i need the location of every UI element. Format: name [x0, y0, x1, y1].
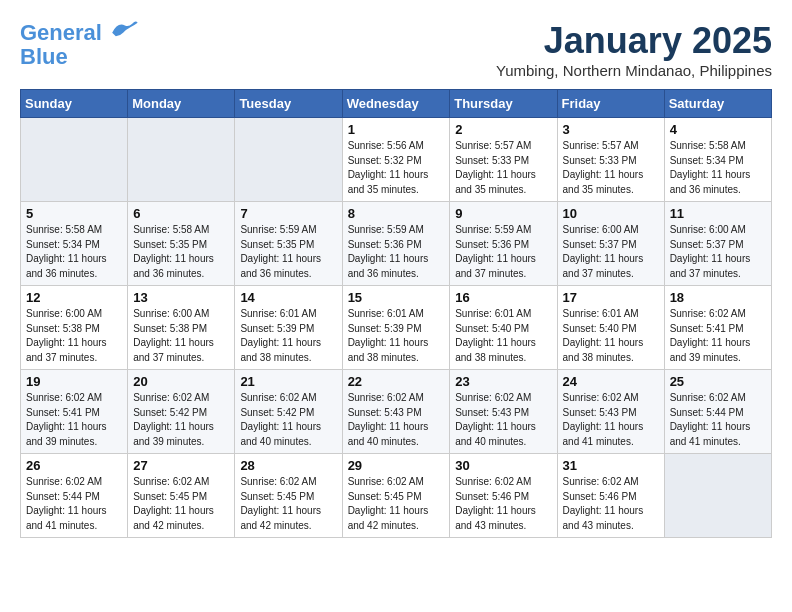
calendar-cell: 15Sunrise: 6:01 AM Sunset: 5:39 PM Dayli…	[342, 286, 450, 370]
calendar-cell: 13Sunrise: 6:00 AM Sunset: 5:38 PM Dayli…	[128, 286, 235, 370]
day-info: Sunrise: 5:58 AM Sunset: 5:34 PM Dayligh…	[26, 223, 122, 281]
logo-bird-icon	[110, 20, 138, 40]
calendar-cell: 3Sunrise: 5:57 AM Sunset: 5:33 PM Daylig…	[557, 118, 664, 202]
day-number: 19	[26, 374, 122, 389]
calendar-cell: 25Sunrise: 6:02 AM Sunset: 5:44 PM Dayli…	[664, 370, 771, 454]
day-number: 21	[240, 374, 336, 389]
day-number: 23	[455, 374, 551, 389]
day-number: 13	[133, 290, 229, 305]
day-info: Sunrise: 5:58 AM Sunset: 5:34 PM Dayligh…	[670, 139, 766, 197]
weekday-header-saturday: Saturday	[664, 90, 771, 118]
weekday-header-monday: Monday	[128, 90, 235, 118]
calendar-cell	[128, 118, 235, 202]
day-info: Sunrise: 6:02 AM Sunset: 5:41 PM Dayligh…	[26, 391, 122, 449]
day-number: 28	[240, 458, 336, 473]
day-info: Sunrise: 6:02 AM Sunset: 5:44 PM Dayligh…	[26, 475, 122, 533]
week-row-3: 12Sunrise: 6:00 AM Sunset: 5:38 PM Dayli…	[21, 286, 772, 370]
calendar-cell: 30Sunrise: 6:02 AM Sunset: 5:46 PM Dayli…	[450, 454, 557, 538]
calendar-cell: 10Sunrise: 6:00 AM Sunset: 5:37 PM Dayli…	[557, 202, 664, 286]
calendar-subtitle: Yumbing, Northern Mindanao, Philippines	[496, 62, 772, 79]
day-number: 26	[26, 458, 122, 473]
weekday-header-friday: Friday	[557, 90, 664, 118]
day-info: Sunrise: 6:01 AM Sunset: 5:40 PM Dayligh…	[455, 307, 551, 365]
calendar-cell: 7Sunrise: 5:59 AM Sunset: 5:35 PM Daylig…	[235, 202, 342, 286]
day-info: Sunrise: 6:00 AM Sunset: 5:37 PM Dayligh…	[670, 223, 766, 281]
day-number: 29	[348, 458, 445, 473]
day-number: 15	[348, 290, 445, 305]
day-info: Sunrise: 6:02 AM Sunset: 5:42 PM Dayligh…	[240, 391, 336, 449]
day-info: Sunrise: 6:02 AM Sunset: 5:43 PM Dayligh…	[348, 391, 445, 449]
day-info: Sunrise: 5:59 AM Sunset: 5:36 PM Dayligh…	[455, 223, 551, 281]
day-number: 6	[133, 206, 229, 221]
day-info: Sunrise: 6:02 AM Sunset: 5:41 PM Dayligh…	[670, 307, 766, 365]
day-number: 24	[563, 374, 659, 389]
weekday-header-row: SundayMondayTuesdayWednesdayThursdayFrid…	[21, 90, 772, 118]
calendar-cell	[235, 118, 342, 202]
day-number: 3	[563, 122, 659, 137]
calendar-cell: 31Sunrise: 6:02 AM Sunset: 5:46 PM Dayli…	[557, 454, 664, 538]
calendar-title: January 2025	[496, 20, 772, 62]
calendar-cell: 23Sunrise: 6:02 AM Sunset: 5:43 PM Dayli…	[450, 370, 557, 454]
day-number: 4	[670, 122, 766, 137]
day-info: Sunrise: 6:01 AM Sunset: 5:39 PM Dayligh…	[240, 307, 336, 365]
calendar-cell: 28Sunrise: 6:02 AM Sunset: 5:45 PM Dayli…	[235, 454, 342, 538]
day-info: Sunrise: 5:59 AM Sunset: 5:36 PM Dayligh…	[348, 223, 445, 281]
day-number: 30	[455, 458, 551, 473]
week-row-2: 5Sunrise: 5:58 AM Sunset: 5:34 PM Daylig…	[21, 202, 772, 286]
weekday-header-wednesday: Wednesday	[342, 90, 450, 118]
day-number: 12	[26, 290, 122, 305]
week-row-1: 1Sunrise: 5:56 AM Sunset: 5:32 PM Daylig…	[21, 118, 772, 202]
day-number: 2	[455, 122, 551, 137]
weekday-header-thursday: Thursday	[450, 90, 557, 118]
day-info: Sunrise: 6:02 AM Sunset: 5:45 PM Dayligh…	[240, 475, 336, 533]
day-info: Sunrise: 6:02 AM Sunset: 5:42 PM Dayligh…	[133, 391, 229, 449]
weekday-header-sunday: Sunday	[21, 90, 128, 118]
calendar-cell: 22Sunrise: 6:02 AM Sunset: 5:43 PM Dayli…	[342, 370, 450, 454]
calendar-cell: 8Sunrise: 5:59 AM Sunset: 5:36 PM Daylig…	[342, 202, 450, 286]
day-info: Sunrise: 6:02 AM Sunset: 5:46 PM Dayligh…	[455, 475, 551, 533]
calendar-cell: 14Sunrise: 6:01 AM Sunset: 5:39 PM Dayli…	[235, 286, 342, 370]
day-info: Sunrise: 6:02 AM Sunset: 5:43 PM Dayligh…	[455, 391, 551, 449]
calendar-cell	[21, 118, 128, 202]
calendar-cell: 2Sunrise: 5:57 AM Sunset: 5:33 PM Daylig…	[450, 118, 557, 202]
day-info: Sunrise: 6:00 AM Sunset: 5:38 PM Dayligh…	[26, 307, 122, 365]
week-row-4: 19Sunrise: 6:02 AM Sunset: 5:41 PM Dayli…	[21, 370, 772, 454]
calendar-cell: 6Sunrise: 5:58 AM Sunset: 5:35 PM Daylig…	[128, 202, 235, 286]
day-number: 8	[348, 206, 445, 221]
day-number: 22	[348, 374, 445, 389]
day-info: Sunrise: 6:02 AM Sunset: 5:45 PM Dayligh…	[133, 475, 229, 533]
day-info: Sunrise: 6:02 AM Sunset: 5:46 PM Dayligh…	[563, 475, 659, 533]
calendar-cell: 27Sunrise: 6:02 AM Sunset: 5:45 PM Dayli…	[128, 454, 235, 538]
calendar-cell: 21Sunrise: 6:02 AM Sunset: 5:42 PM Dayli…	[235, 370, 342, 454]
day-info: Sunrise: 5:58 AM Sunset: 5:35 PM Dayligh…	[133, 223, 229, 281]
day-info: Sunrise: 6:00 AM Sunset: 5:37 PM Dayligh…	[563, 223, 659, 281]
day-number: 10	[563, 206, 659, 221]
day-info: Sunrise: 6:01 AM Sunset: 5:40 PM Dayligh…	[563, 307, 659, 365]
page-header: General Blue January 2025 Yumbing, North…	[20, 20, 772, 79]
day-info: Sunrise: 6:02 AM Sunset: 5:43 PM Dayligh…	[563, 391, 659, 449]
day-number: 20	[133, 374, 229, 389]
day-number: 5	[26, 206, 122, 221]
logo: General Blue	[20, 20, 138, 69]
day-number: 7	[240, 206, 336, 221]
calendar-cell: 18Sunrise: 6:02 AM Sunset: 5:41 PM Dayli…	[664, 286, 771, 370]
day-number: 17	[563, 290, 659, 305]
calendar-cell: 5Sunrise: 5:58 AM Sunset: 5:34 PM Daylig…	[21, 202, 128, 286]
day-info: Sunrise: 5:59 AM Sunset: 5:35 PM Dayligh…	[240, 223, 336, 281]
calendar-cell: 9Sunrise: 5:59 AM Sunset: 5:36 PM Daylig…	[450, 202, 557, 286]
calendar-cell: 12Sunrise: 6:00 AM Sunset: 5:38 PM Dayli…	[21, 286, 128, 370]
day-info: Sunrise: 5:57 AM Sunset: 5:33 PM Dayligh…	[563, 139, 659, 197]
calendar-cell: 11Sunrise: 6:00 AM Sunset: 5:37 PM Dayli…	[664, 202, 771, 286]
calendar-cell: 17Sunrise: 6:01 AM Sunset: 5:40 PM Dayli…	[557, 286, 664, 370]
calendar-cell	[664, 454, 771, 538]
title-block: January 2025 Yumbing, Northern Mindanao,…	[496, 20, 772, 79]
calendar-cell: 24Sunrise: 6:02 AM Sunset: 5:43 PM Dayli…	[557, 370, 664, 454]
logo-blue-text: Blue	[20, 45, 138, 69]
calendar-cell: 19Sunrise: 6:02 AM Sunset: 5:41 PM Dayli…	[21, 370, 128, 454]
calendar-cell: 20Sunrise: 6:02 AM Sunset: 5:42 PM Dayli…	[128, 370, 235, 454]
day-number: 9	[455, 206, 551, 221]
calendar-cell: 26Sunrise: 6:02 AM Sunset: 5:44 PM Dayli…	[21, 454, 128, 538]
calendar-cell: 29Sunrise: 6:02 AM Sunset: 5:45 PM Dayli…	[342, 454, 450, 538]
calendar-table: SundayMondayTuesdayWednesdayThursdayFrid…	[20, 89, 772, 538]
logo-text: General	[20, 20, 138, 45]
